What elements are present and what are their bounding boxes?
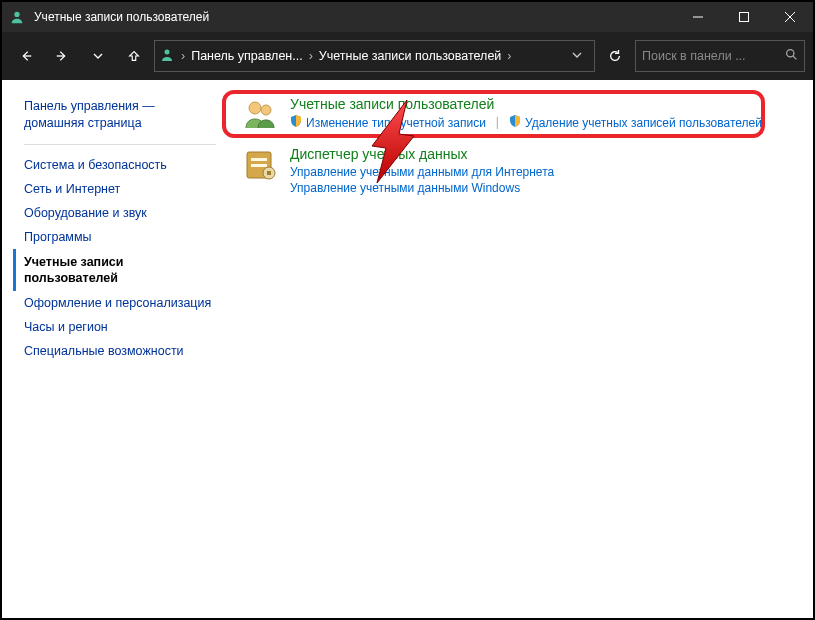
group-title-user-accounts[interactable]: Учетные записи пользователей [290, 96, 795, 112]
sidebar-item-clock-region[interactable]: Часы и регион [24, 315, 216, 339]
link-label: Управление учетными данными для Интернет… [290, 165, 554, 179]
link-divider: | [496, 115, 499, 130]
minimize-button[interactable] [675, 2, 721, 32]
link-label: Управление учетными данными Windows [290, 181, 520, 195]
sidebar-item-hardware[interactable]: Оборудование и звук [24, 201, 216, 225]
link-label: Удаление учетных записей пользователей [525, 116, 762, 130]
user-accounts-group-icon [240, 96, 280, 132]
group-credential-manager: Диспетчер учетных данных Управление учет… [240, 146, 795, 195]
control-panel-icon [159, 47, 175, 66]
svg-rect-16 [267, 171, 271, 175]
svg-rect-13 [251, 158, 267, 161]
shield-icon [509, 115, 521, 130]
sidebar-item-appearance[interactable]: Оформление и персонализация [24, 291, 216, 315]
group-title-credential-manager[interactable]: Диспетчер учетных данных [290, 146, 795, 162]
breadcrumb-current[interactable]: Учетные записи пользователей [319, 49, 502, 63]
main-panel: Учетные записи пользователей Изменение т… [222, 80, 813, 618]
shield-icon [290, 115, 302, 130]
sidebar-item-programs[interactable]: Программы [24, 225, 216, 249]
up-button[interactable] [118, 40, 150, 72]
breadcrumb-root[interactable]: Панель управлен... [191, 49, 303, 63]
chevron-right-icon: › [181, 49, 185, 63]
chevron-right-icon: › [507, 49, 511, 63]
close-button[interactable] [767, 2, 813, 32]
chevron-right-icon: › [309, 49, 313, 63]
sidebar: Панель управления — домашняя страница Си… [2, 80, 222, 618]
sidebar-item-system-security[interactable]: Система и безопасность [24, 153, 216, 177]
forward-button[interactable] [46, 40, 78, 72]
svg-rect-2 [740, 13, 749, 22]
svg-point-0 [14, 12, 19, 17]
sidebar-home-link[interactable]: Панель управления — домашняя страница [24, 98, 216, 132]
content-area: Панель управления — домашняя страница Си… [2, 80, 813, 618]
sidebar-separator [24, 144, 216, 145]
svg-point-10 [249, 102, 261, 114]
back-button[interactable] [10, 40, 42, 72]
address-bar[interactable]: › Панель управлен... › Учетные записи по… [154, 40, 595, 72]
window-title: Учетные записи пользователей [32, 10, 675, 24]
search-placeholder: Поиск в панели ... [642, 49, 746, 63]
titlebar: Учетные записи пользователей [2, 2, 813, 32]
sidebar-item-network[interactable]: Сеть и Интернет [24, 177, 216, 201]
svg-point-7 [165, 49, 170, 54]
search-input[interactable]: Поиск в панели ... [635, 40, 805, 72]
search-icon [785, 48, 798, 64]
svg-line-9 [793, 56, 796, 59]
sidebar-item-accessibility[interactable]: Специальные возможности [24, 339, 216, 363]
sidebar-item-user-accounts[interactable]: Учетные записи пользователей [13, 249, 216, 292]
link-windows-credentials[interactable]: Управление учетными данными Windows [290, 181, 795, 195]
maximize-button[interactable] [721, 2, 767, 32]
navbar: › Панель управлен... › Учетные записи по… [2, 32, 813, 80]
group-user-accounts: Учетные записи пользователей Изменение т… [240, 96, 795, 132]
credential-manager-icon [240, 146, 280, 195]
svg-point-11 [261, 105, 271, 115]
svg-rect-14 [251, 164, 267, 167]
refresh-button[interactable] [599, 40, 631, 72]
link-web-credentials[interactable]: Управление учетными данными для Интернет… [290, 165, 795, 179]
link-change-account-type[interactable]: Изменение типа учетной записи [290, 115, 486, 130]
svg-point-8 [787, 50, 794, 57]
user-accounts-icon [2, 10, 32, 24]
link-delete-accounts[interactable]: Удаление учетных записей пользователей [509, 115, 762, 130]
link-label: Изменение типа учетной записи [306, 116, 486, 130]
recent-dropdown[interactable] [82, 40, 114, 72]
address-dropdown[interactable] [564, 49, 590, 63]
